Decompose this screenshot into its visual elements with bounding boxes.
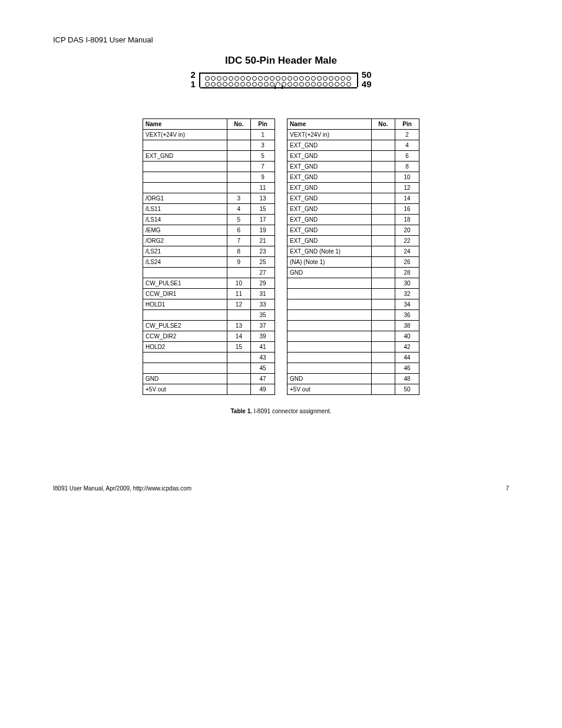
pin-row-top — [205, 75, 352, 81]
cell-no — [227, 268, 251, 278]
table-header-row: Name No. Pin — [287, 119, 419, 130]
pin-hole — [346, 82, 351, 87]
th-name: Name — [287, 119, 372, 130]
cell-no — [371, 130, 395, 140]
cell-name: EXT_GND — [287, 162, 372, 172]
pinout-tables: Name No. Pin VEXT(+24V in)13EXT_GND57911… — [143, 118, 419, 395]
cell-pin: 35 — [251, 310, 275, 321]
table-row: EXT_GND14 — [287, 193, 419, 204]
cell-name — [287, 278, 372, 289]
th-no: No. — [371, 119, 395, 130]
pin-hole — [240, 82, 245, 87]
cell-no — [371, 236, 395, 246]
footer-page-number: 7 — [505, 485, 509, 492]
table-row: /LS24925 — [143, 257, 275, 268]
pin-label-49: 49 — [362, 80, 372, 89]
cell-no — [371, 310, 395, 321]
cell-name: EXT_GND — [287, 193, 372, 204]
table-row: VEXT(+24V in)1 — [143, 130, 275, 140]
cell-name — [287, 363, 372, 374]
cell-pin: 27 — [251, 268, 275, 278]
cell-pin: 43 — [251, 353, 275, 363]
cell-no: 12 — [227, 299, 251, 310]
cell-name — [287, 299, 372, 310]
cell-name: /LS24 — [143, 257, 227, 268]
cell-no — [371, 151, 395, 162]
cell-pin: 10 — [395, 172, 419, 183]
pin-hole — [293, 76, 298, 81]
cell-name: EXT_GND — [287, 204, 372, 215]
pin-hole — [240, 76, 245, 81]
cell-pin: 22 — [395, 236, 419, 246]
cell-name — [143, 172, 227, 183]
cell-name: EXT_GND — [287, 140, 372, 151]
cell-pin: 25 — [251, 257, 275, 268]
th-pin: Pin — [395, 119, 419, 130]
table-row: HOLD21541 — [143, 342, 275, 353]
cell-name: /LS21 — [143, 246, 227, 257]
cell-no — [227, 183, 251, 193]
connector-title: IDC 50-Pin Header Male — [53, 55, 509, 67]
cell-no: 11 — [227, 289, 251, 299]
cell-pin: 4 — [395, 140, 419, 151]
pin-hole — [329, 76, 333, 81]
pinout-table-right: Name No. Pin VEXT(+24V in)2EXT_GND4EXT_G… — [287, 118, 419, 395]
pin-hole — [234, 76, 239, 81]
cell-name: VEXT(+24V in) — [143, 130, 227, 140]
cell-no — [371, 215, 395, 225]
page-footer: I8091 User Manual, Apr/2009, http://www.… — [53, 485, 509, 492]
table-row: EXT_GND18 — [287, 215, 419, 225]
cell-pin: 29 — [251, 278, 275, 289]
cell-pin: 26 — [395, 257, 419, 268]
table-row: /ORG1313 — [143, 193, 275, 204]
pin-hole — [305, 82, 310, 87]
cell-name: /LS14 — [143, 215, 227, 225]
cell-pin: 28 — [395, 268, 419, 278]
pin-hole — [335, 76, 339, 81]
cell-name: /ORG1 — [143, 193, 227, 204]
pin-hole — [211, 76, 216, 81]
table-row: 7 — [143, 162, 275, 172]
pin-hole — [217, 82, 222, 87]
table-row: /ORG2721 — [143, 236, 275, 246]
cell-no: 13 — [227, 321, 251, 331]
caption-label: Table 1. — [230, 408, 252, 414]
th-pin: Pin — [251, 119, 275, 130]
pin-hole — [252, 76, 257, 81]
table-row: 42 — [287, 342, 419, 353]
pin-hole — [229, 82, 233, 87]
cell-no — [371, 331, 395, 342]
cell-pin: 3 — [251, 140, 275, 151]
cell-no — [371, 225, 395, 236]
pin-hole — [287, 82, 292, 87]
pin-hole — [282, 76, 286, 81]
pin-hole — [223, 76, 227, 81]
cell-name: +5V out — [143, 384, 227, 395]
table-row: 36 — [287, 310, 419, 321]
cell-name: CW_PULSE2 — [143, 321, 227, 331]
cell-pin: 40 — [395, 331, 419, 342]
cell-name — [143, 363, 227, 374]
table-row: 32 — [287, 289, 419, 299]
pin-hole — [329, 82, 333, 87]
cell-name: GND — [287, 268, 372, 278]
pin-hole — [223, 82, 227, 87]
pin-hole — [340, 82, 345, 87]
cell-name: EXT_GND — [143, 151, 227, 162]
cell-no — [227, 140, 251, 151]
table-row: EXT_GND16 — [287, 204, 419, 215]
table-row: /LS21823 — [143, 246, 275, 257]
cell-pin: 5 — [251, 151, 275, 162]
cell-pin: 42 — [395, 342, 419, 353]
pin-labels-left: 2 1 — [190, 70, 195, 89]
table-row: EXT_GND (Note 1)24 — [287, 246, 419, 257]
cell-pin: 18 — [395, 215, 419, 225]
table-caption: Table 1. I-8091 connector assignment. — [53, 408, 509, 414]
cell-pin: 32 — [395, 289, 419, 299]
cell-pin: 7 — [251, 162, 275, 172]
cell-name: EXT_GND — [287, 215, 372, 225]
table-row: 45 — [143, 363, 275, 374]
table-row: 9 — [143, 172, 275, 183]
pin-hole — [276, 76, 280, 81]
cell-pin: 45 — [251, 363, 275, 374]
